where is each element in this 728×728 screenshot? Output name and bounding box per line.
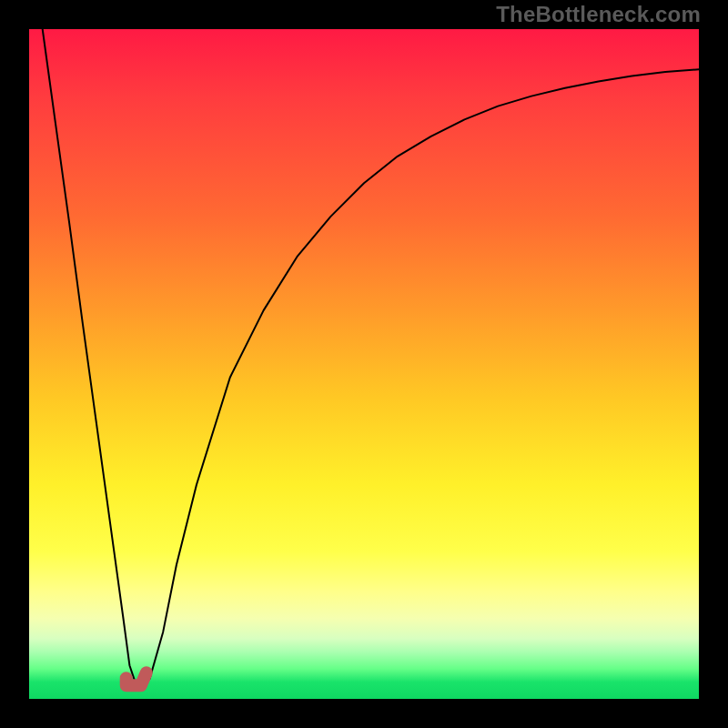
chart-svg <box>0 0 728 728</box>
chart-frame: TheBottleneck.com <box>0 0 728 728</box>
bottleneck-curve <box>43 29 699 685</box>
optimal-marker <box>126 672 147 685</box>
watermark-text: TheBottleneck.com <box>496 2 701 27</box>
chart-lines <box>43 29 699 685</box>
